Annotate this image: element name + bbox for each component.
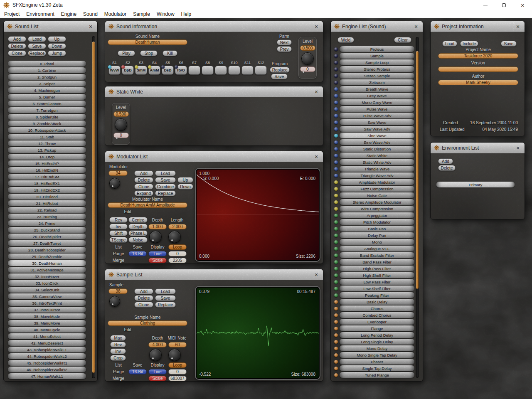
scrollbar-thumb[interactable]: [92, 42, 95, 372]
sound-list-item[interactable]: 40. MenuCycle: [8, 327, 86, 332]
sound-list-item[interactable]: 37. IntroCursor: [8, 307, 86, 313]
sound-list-item[interactable]: 14. Drop: [8, 154, 86, 160]
sample-list-titlebar[interactable]: Sample List ×: [105, 269, 323, 280]
engine-list-item[interactable]: Mono Grey Wave: [334, 99, 414, 106]
menu-item[interactable]: Help: [178, 11, 195, 17]
sample-action-button[interactable]: Replace: [155, 302, 176, 308]
engine-list-item[interactable]: Mono Single Tap Delay: [334, 352, 414, 358]
modulator-envelope-display[interactable]: 1.000 S: 0.000 E: 0.000 0.000 Size: 2206: [195, 168, 320, 262]
panel-close-icon[interactable]: ×: [515, 23, 521, 30]
window-titlebar[interactable]: SFXEngine v1.30 Zeta ×: [0, 0, 532, 10]
depth-knob[interactable]: [149, 349, 162, 361]
sound-list-item[interactable]: 7. Turretgun: [8, 107, 86, 113]
depth-value-field[interactable]: 4.000: [148, 342, 167, 347]
sample-action-button[interactable]: Save: [155, 295, 176, 301]
sound-list-item[interactable]: 38. MoveMode: [8, 313, 86, 319]
engine-list-item[interactable]: Delay Pan: [334, 232, 414, 239]
engine-list-item[interactable]: Triangle Wave: [334, 165, 414, 172]
slot-button[interactable]: RvO: [175, 66, 187, 75]
loop-toggle[interactable]: Loop: [168, 244, 187, 250]
engine-list-item[interactable]: Basic Delay: [334, 298, 414, 305]
bit-depth-toggle[interactable]: 16-Bit: [128, 251, 147, 256]
level-knob[interactable]: [301, 52, 314, 65]
menu-item[interactable]: Engine: [58, 11, 80, 17]
slot-button[interactable]: BpB: [122, 66, 134, 75]
modulator-action-button[interactable]: Down: [177, 184, 193, 190]
engine-list-item[interactable]: Mono: [334, 239, 414, 245]
length-knob[interactable]: [168, 231, 181, 243]
slot-button[interactable]: [255, 66, 267, 75]
level-value-field[interactable]: 0.500: [300, 45, 315, 51]
sound-list-scrollbar[interactable]: [92, 36, 95, 378]
menu-item[interactable]: Modulator: [101, 11, 130, 17]
sound-list-item[interactable]: 47. HumanWalkL1: [8, 373, 86, 379]
sound-list-button[interactable]: Down: [48, 43, 66, 49]
engine-list-item[interactable]: Low Shelf Filter: [334, 285, 414, 292]
modulator-toggle-button[interactable]: Centre: [128, 217, 148, 223]
engine-list-item[interactable]: Amplitude Modulator: [334, 179, 414, 185]
program-replace-button[interactable]: Replace: [270, 67, 290, 73]
sound-list-button[interactable]: Jump: [48, 50, 66, 56]
sound-list-item[interactable]: 5. Burner: [8, 94, 86, 100]
modulator-select-knob[interactable]: [109, 178, 120, 189]
sample-action-button[interactable]: Load: [155, 288, 176, 294]
panel-close-icon[interactable]: ×: [313, 89, 320, 95]
sound-list-button[interactable]: Add: [8, 36, 26, 42]
sound-list-item[interactable]: 0. Pistol: [8, 61, 86, 66]
level-knob[interactable]: [115, 118, 127, 131]
engine-list-item[interactable]: Long Period Delay: [334, 332, 414, 338]
transport-button[interactable]: Kill: [163, 50, 177, 56]
engine-list-item[interactable]: Sample Loop: [334, 59, 414, 66]
sound-list-item[interactable]: 12. Throw: [8, 140, 86, 146]
sample-toggle-button[interactable]: Inv: [110, 348, 126, 354]
line-toggle[interactable]: Line: [148, 369, 167, 374]
sound-list-item[interactable]: 43. RobospiderWalkL1: [8, 347, 86, 352]
transport-button[interactable]: Play: [118, 50, 135, 56]
loop-toggle[interactable]: Loop: [168, 362, 187, 368]
sound-list-item[interactable]: 9. ZombieAttack: [8, 121, 86, 126]
slot-button[interactable]: SmM: [135, 66, 147, 75]
sound-list-item[interactable]: 10. RobospiderAttack: [8, 127, 86, 133]
sound-list-item[interactable]: 25. DuckStand: [8, 227, 86, 233]
panel-close-icon[interactable]: ×: [313, 23, 320, 30]
engine-list-item[interactable]: Band Pass Filter: [334, 259, 414, 265]
project-include-button[interactable]: Include: [460, 41, 478, 47]
sound-list-item[interactable]: 42. MenuDeselect: [8, 340, 86, 346]
modulator-list-titlebar[interactable]: Modulator List ×: [105, 151, 323, 162]
sound-list-button[interactable]: Delete: [8, 43, 26, 49]
clear-button[interactable]: Clear: [394, 37, 411, 43]
engine-list-item[interactable]: Noise Gate: [334, 192, 414, 199]
scrollbar-thumb[interactable]: [416, 51, 419, 289]
engine-list-item[interactable]: Triangle Wave Adv: [334, 172, 414, 179]
engine-list-item[interactable]: Band Exclude Filter: [334, 252, 414, 259]
line-toggle[interactable]: Line: [148, 251, 167, 256]
project-save-button[interactable]: Save: [501, 41, 517, 47]
menu-item[interactable]: Project: [1, 11, 23, 17]
sound-list-item[interactable]: 15. HitEndAP: [8, 160, 86, 166]
modulator-toggle-button[interactable]: Rev: [109, 217, 128, 223]
slot-button[interactable]: WvW: [108, 66, 121, 75]
engine-list-item[interactable]: Saw Wave Adv: [334, 126, 414, 132]
engine-list-item[interactable]: Chorus: [334, 305, 414, 312]
sound-list-item[interactable]: 13. Pickup: [8, 147, 86, 153]
engine-list-item[interactable]: Saw Wave: [334, 119, 414, 126]
sound-list-item[interactable]: 23. Burning: [8, 214, 86, 219]
environment-add-button[interactable]: Add: [438, 158, 453, 164]
sound-list-item[interactable]: 30. DeathHuman: [8, 260, 86, 266]
sound-list-item[interactable]: 26. DeathSpider: [8, 234, 86, 239]
modulator-name-field[interactable]: DeathHuman AmM Amplitude: [108, 202, 187, 208]
offset-field[interactable]: 0: [168, 251, 187, 256]
engine-list-item[interactable]: Breath Wave: [334, 86, 414, 92]
sound-list-item[interactable]: 39. MenuMove: [8, 320, 86, 326]
engine-list-item[interactable]: Sine Wave: [334, 132, 414, 139]
sound-list-item[interactable]: 16. HitEndIN: [8, 167, 86, 173]
engine-list-item[interactable]: Flange: [334, 325, 414, 332]
modulator-action-button[interactable]: Combine: [155, 184, 176, 190]
engine-list-item[interactable]: Sample: [334, 52, 414, 59]
modulator-action-button[interactable]: Clone: [134, 184, 153, 190]
scale-button[interactable]: Scale: [148, 258, 167, 263]
sound-list-panel-titlebar[interactable]: Sound List ×: [4, 21, 97, 32]
sound-list-item[interactable]: 44. RobospiderWalkL2: [8, 353, 86, 359]
sound-list-button[interactable]: Clone: [8, 50, 26, 56]
parm-prev-button[interactable]: Prev: [277, 46, 292, 52]
